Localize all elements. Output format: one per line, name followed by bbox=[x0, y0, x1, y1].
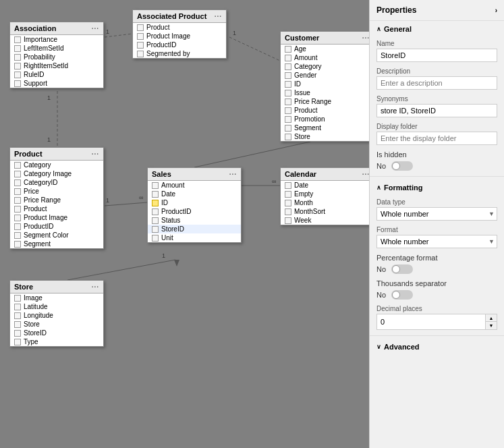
field-icon bbox=[285, 107, 291, 114]
field-icon bbox=[14, 321, 21, 328]
field-icon bbox=[285, 55, 291, 61]
field-icon bbox=[285, 217, 291, 224]
table-row: ID bbox=[281, 80, 369, 88]
associated-product-header: Associated Product ··· bbox=[133, 10, 226, 23]
table-row: Support bbox=[10, 79, 103, 88]
general-section-header[interactable]: ∧ General bbox=[370, 21, 504, 37]
format-select[interactable]: Whole number bbox=[376, 235, 497, 248]
field-icon bbox=[285, 200, 291, 206]
svg-text:∞: ∞ bbox=[139, 194, 143, 201]
table-row: Probability bbox=[10, 53, 103, 61]
svg-line-7 bbox=[105, 202, 147, 206]
field-icon bbox=[285, 182, 291, 189]
associated-product-title: Associated Product bbox=[137, 12, 206, 20]
table-row: CategoryID bbox=[10, 178, 103, 187]
sales-menu-icon[interactable]: ··· bbox=[229, 171, 237, 178]
table-row: Gender bbox=[281, 71, 369, 80]
field-icon bbox=[152, 217, 159, 224]
is-hidden-row: Is hidden bbox=[370, 148, 504, 161]
table-row: Segment bbox=[281, 123, 369, 132]
table-row: Segment Color bbox=[10, 231, 103, 240]
field-icon bbox=[152, 226, 159, 233]
svg-line-0 bbox=[105, 34, 132, 37]
product-menu-icon[interactable]: ··· bbox=[92, 150, 99, 158]
table-row: Category bbox=[10, 161, 103, 169]
formatting-section-header[interactable]: ∧ Formatting bbox=[370, 179, 504, 196]
table-row: Product bbox=[10, 204, 103, 213]
general-chevron-icon: ∧ bbox=[376, 26, 381, 32]
field-icon bbox=[152, 235, 159, 242]
svg-text:1: 1 bbox=[106, 28, 109, 35]
table-row: Price bbox=[10, 187, 103, 196]
table-row: Amount bbox=[281, 53, 369, 62]
is-hidden-toggle[interactable] bbox=[391, 161, 413, 171]
properties-collapse-icon[interactable]: › bbox=[495, 7, 497, 14]
advanced-section-label: Advanced bbox=[384, 343, 420, 351]
description-input[interactable] bbox=[376, 76, 497, 90]
table-row: Store bbox=[281, 132, 369, 141]
synonyms-input[interactable] bbox=[376, 104, 497, 117]
field-icon bbox=[14, 36, 21, 43]
formatting-chevron-icon: ∧ bbox=[376, 184, 381, 191]
store-menu-icon[interactable]: ··· bbox=[92, 283, 99, 291]
pct-format-toggle[interactable] bbox=[391, 264, 413, 274]
field-icon bbox=[285, 134, 291, 140]
name-input[interactable] bbox=[376, 49, 497, 62]
name-label: Name bbox=[376, 40, 497, 47]
section-divider bbox=[370, 176, 504, 177]
field-icon bbox=[14, 223, 21, 230]
field-icon bbox=[14, 54, 21, 61]
spinner-down-button[interactable]: ▼ bbox=[486, 322, 497, 329]
svg-text:1: 1 bbox=[162, 252, 165, 259]
table-row: Image bbox=[10, 293, 103, 302]
calendar-table: Calendar ··· Date Empty Month MonthSort … bbox=[280, 167, 369, 225]
table-row: Status bbox=[148, 216, 241, 225]
svg-line-13 bbox=[194, 142, 310, 167]
field-icon bbox=[285, 125, 291, 132]
svg-line-5 bbox=[229, 37, 280, 61]
data-type-select[interactable]: Whole number bbox=[376, 207, 497, 221]
table-row: Segmented by bbox=[133, 49, 226, 58]
table-row: Month bbox=[281, 198, 369, 207]
advanced-chevron-icon: ∨ bbox=[376, 343, 381, 350]
customer-menu-icon[interactable]: ··· bbox=[362, 34, 369, 42]
decimal-places-input[interactable] bbox=[377, 314, 485, 329]
is-hidden-toggle-row: No bbox=[370, 161, 504, 173]
table-row: Product bbox=[133, 23, 226, 32]
toggle-knob bbox=[392, 291, 400, 299]
display-folder-label: Display folder bbox=[376, 123, 497, 130]
svg-line-14 bbox=[67, 260, 175, 280]
properties-panel: Properties › ∧ General Name Description … bbox=[369, 0, 504, 448]
associated-product-menu-icon[interactable]: ··· bbox=[215, 13, 222, 20]
table-row: Importance bbox=[10, 35, 103, 44]
association-table: Association ··· Importance LeftItemSetId… bbox=[9, 22, 104, 88]
table-row: Store bbox=[10, 320, 103, 329]
spinner-buttons: ▲ ▼ bbox=[485, 314, 497, 329]
field-icon bbox=[14, 339, 21, 345]
field-icon bbox=[14, 63, 21, 69]
table-row: ProductID bbox=[10, 222, 103, 231]
thousands-toggle[interactable] bbox=[391, 290, 413, 300]
field-icon bbox=[14, 206, 21, 213]
calendar-title: Calendar bbox=[285, 170, 316, 178]
table-row: Latitude bbox=[10, 302, 103, 311]
decimal-places-spinner: ▲ ▼ bbox=[376, 314, 497, 330]
table-row: MonthSort bbox=[281, 207, 369, 216]
field-icon bbox=[14, 72, 21, 78]
advanced-section-header[interactable]: ∨ Advanced bbox=[370, 339, 504, 355]
data-type-select-wrap: Whole number ▼ bbox=[376, 207, 497, 221]
field-icon bbox=[285, 72, 291, 79]
display-folder-input[interactable] bbox=[376, 132, 497, 145]
section-divider-2 bbox=[370, 335, 504, 336]
association-menu-icon[interactable]: ··· bbox=[92, 25, 99, 32]
association-header: Association ··· bbox=[10, 22, 103, 35]
calendar-menu-icon[interactable]: ··· bbox=[362, 171, 369, 178]
table-row: ID bbox=[148, 198, 241, 207]
field-icon bbox=[152, 208, 159, 215]
toggle-knob bbox=[392, 162, 400, 170]
spinner-up-button[interactable]: ▲ bbox=[486, 314, 497, 322]
field-icon bbox=[14, 330, 21, 337]
field-icon bbox=[137, 33, 144, 40]
associated-product-table: Associated Product ··· Product Product I… bbox=[132, 9, 227, 59]
field-icon bbox=[14, 162, 21, 169]
